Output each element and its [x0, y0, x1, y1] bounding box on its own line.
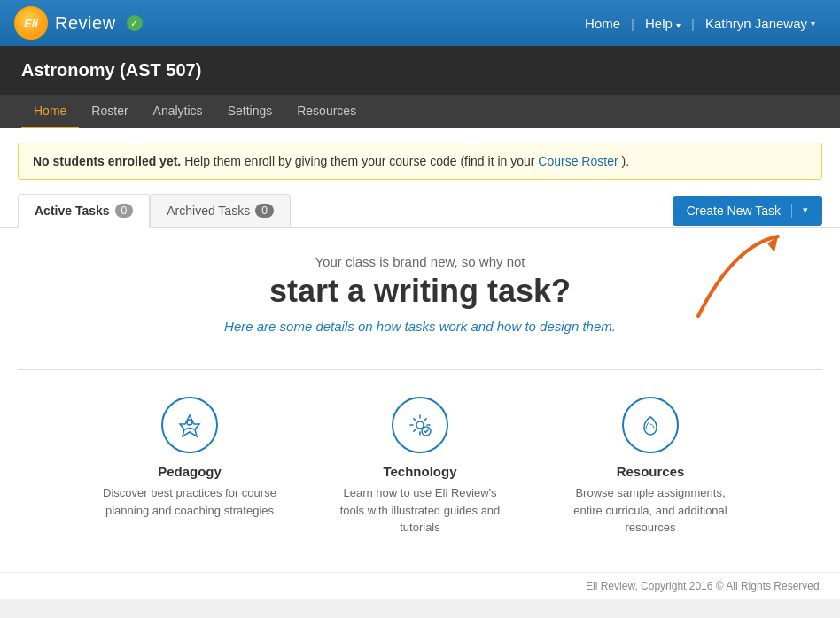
- active-tasks-label: Active Tasks: [35, 204, 110, 218]
- user-menu-link[interactable]: Kathryn Janeway ▾: [695, 16, 826, 31]
- technology-desc: Learn how to use Eli Review's tools with…: [331, 484, 509, 537]
- pedagogy-icon: [161, 397, 218, 453]
- create-task-dropdown-icon: ▾: [803, 205, 808, 216]
- course-title: Astronomy (AST 507): [21, 60, 819, 81]
- archived-tasks-label: Archived Tasks: [167, 204, 250, 218]
- active-tasks-badge: 0: [115, 204, 134, 218]
- course-nav-roster[interactable]: Roster: [79, 95, 140, 128]
- alert-text: Help them enroll by giving them your cou…: [184, 154, 538, 168]
- main-content: No students enrolled yet. Help them enro…: [0, 143, 840, 572]
- logo-icon: Eli: [14, 6, 48, 40]
- top-nav-links: Home | Help ▾ | Kathryn Janeway ▾: [574, 16, 826, 31]
- alert-banner: No students enrolled yet. Help them enro…: [18, 143, 822, 180]
- course-nav-settings[interactable]: Settings: [215, 95, 285, 128]
- resources-card: Resources Browse sample assignments, ent…: [562, 397, 739, 537]
- button-divider: [791, 204, 792, 218]
- arrow-decoration: [681, 228, 787, 316]
- page-wrapper: Eli Review ✓ Home | Help ▾ | Kathryn Jan…: [0, 0, 840, 599]
- alert-end-text: ).: [622, 154, 630, 168]
- help-dropdown-icon: ▾: [676, 20, 681, 30]
- status-check-icon: ✓: [127, 15, 143, 31]
- course-header: Astronomy (AST 507): [0, 46, 840, 95]
- user-dropdown-icon: ▾: [811, 19, 815, 28]
- course-nav-home[interactable]: Home: [21, 95, 79, 128]
- resources-icon: [622, 397, 679, 453]
- archived-tasks-badge: 0: [255, 204, 274, 218]
- svg-point-2: [416, 421, 424, 429]
- section-divider: [18, 369, 822, 370]
- resources-desc: Browse sample assignments, entire curric…: [562, 484, 739, 537]
- technology-title: Technology: [331, 464, 509, 479]
- course-nav-analytics[interactable]: Analytics: [141, 95, 215, 128]
- active-tasks-tab[interactable]: Active Tasks 0: [18, 194, 150, 228]
- pedagogy-title: Pedagogy: [101, 464, 278, 479]
- nav-help-link[interactable]: Help ▾: [634, 16, 691, 31]
- create-task-button[interactable]: Create New Task ▾: [673, 196, 822, 226]
- course-nav-resources[interactable]: Resources: [284, 95, 369, 128]
- task-details-link[interactable]: Here are some details on how tasks work …: [224, 319, 616, 334]
- logo-text: Review: [55, 13, 116, 34]
- pedagogy-desc: Discover best practices for course plann…: [101, 484, 278, 519]
- tabs: Active Tasks 0 Archived Tasks 0: [18, 194, 291, 227]
- svg-point-1: [187, 420, 192, 425]
- info-cards: Pedagogy Discover best practices for cou…: [0, 397, 840, 572]
- top-nav: Eli Review ✓ Home | Help ▾ | Kathryn Jan…: [0, 0, 840, 46]
- task-tabs-container: Active Tasks 0 Archived Tasks 0 Create N…: [0, 194, 840, 228]
- course-roster-link[interactable]: Course Roster: [538, 154, 618, 168]
- footer: Eli Review, Copyright 2016 © All Rights …: [0, 572, 840, 599]
- logo-area: Eli Review ✓: [14, 6, 574, 40]
- resources-title: Resources: [562, 464, 739, 479]
- technology-card: Technology Learn how to use Eli Review's…: [331, 397, 509, 537]
- archived-tasks-tab[interactable]: Archived Tasks 0: [150, 194, 291, 227]
- empty-state: Your class is brand new, so why not star…: [0, 228, 840, 351]
- course-nav: Home Roster Analytics Settings Resources: [0, 95, 840, 128]
- technology-icon: [392, 397, 448, 453]
- create-task-label: Create New Task: [687, 204, 781, 218]
- nav-home-link[interactable]: Home: [574, 16, 631, 31]
- footer-text: Eli Review, Copyright 2016 © All Rights …: [586, 580, 822, 592]
- pedagogy-card: Pedagogy Discover best practices for cou…: [101, 397, 278, 537]
- user-name: Kathryn Janeway: [705, 16, 807, 31]
- nav-help-label: Help: [645, 16, 673, 31]
- alert-bold-text: No students enrolled yet.: [33, 154, 181, 168]
